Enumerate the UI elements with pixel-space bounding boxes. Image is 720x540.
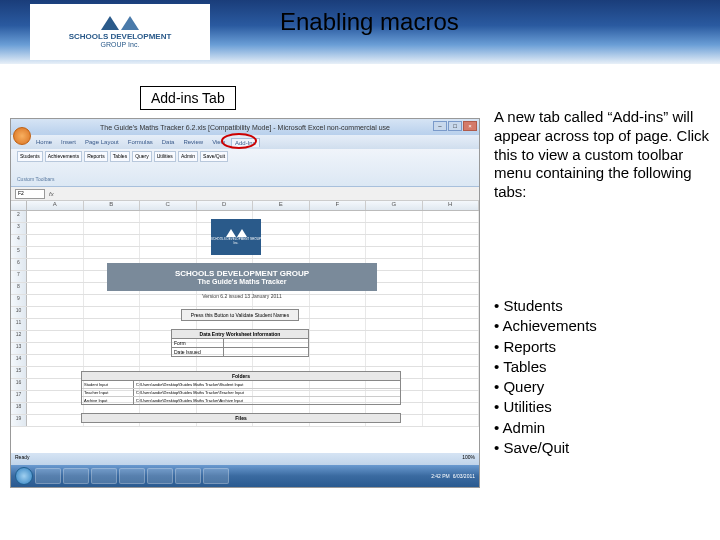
window-titlebar: The Guide's Maths Tracker 6.2.xls [Compa… [11,119,479,135]
bullet-savequit: Save/Quit [494,438,710,458]
custom-toolbar: Students Achievements Reports Tables Que… [17,151,473,162]
col-C[interactable]: C [140,201,197,210]
taskbar-item[interactable] [147,468,173,484]
toolbar-tables[interactable]: Tables [110,151,130,162]
ribbon-tab-view[interactable]: View [209,138,228,146]
start-button[interactable] [15,467,33,485]
ribbon-tab-review[interactable]: Review [180,138,206,146]
sheet-sdg-logo: SCHOOLS DEVELOPMENT GROUP Inc. [211,219,261,255]
slide-title: Enabling macros [280,8,459,36]
taskbar-item[interactable] [203,468,229,484]
col-H[interactable]: H [423,201,480,210]
window-title: The Guide's Maths Tracker 6.2.xls [Compa… [100,124,390,131]
bullet-achievements: Achievements [494,316,710,336]
slide-header: SCHOOLS DEVELOPMENT GROUP Inc. Enabling … [0,0,720,64]
description-text: A new tab called “Add-ins” will appear a… [494,108,710,202]
status-ready: Ready [15,454,29,464]
folders-header: Folders [81,371,401,381]
logo-line2: GROUP Inc. [101,41,140,48]
close-button[interactable]: × [463,121,477,131]
col-D[interactable]: D [197,201,254,210]
logo-line1: SCHOOLS DEVELOPMENT [69,32,172,41]
status-zoom[interactable]: 100% [462,454,475,464]
system-tray[interactable]: 2:42 PM 6/03/2011 [431,473,475,479]
fx-icon[interactable]: fx [49,191,54,197]
status-bar: Ready 100% [11,453,479,465]
bullet-query: Query [494,377,710,397]
sdg-logo: SCHOOLS DEVELOPMENT GROUP Inc. [30,4,210,60]
ribbon-tab-formulas[interactable]: Formulas [125,138,156,146]
ribbon-tab-data[interactable]: Data [159,138,178,146]
toolbar-utilities[interactable]: Utilities [154,151,176,162]
ribbon-group-label: Custom Toolbars [17,176,473,182]
version-text: Version 6.2 issued 13 January 2011 [107,293,377,299]
bullet-tables: Tables [494,357,710,377]
col-E[interactable]: E [253,201,310,210]
ribbon-tab-insert[interactable]: Insert [58,138,79,146]
folders-table: Student InputC:\Users\andie\Desktop\Guid… [81,381,401,405]
dataentry-table: Data Entry Worksheet Information Form Da… [171,329,309,357]
toolbar-students[interactable]: Students [17,151,43,162]
ribbon-body: Students Achievements Reports Tables Que… [11,149,479,187]
bullet-admin: Admin [494,418,710,438]
taskbar-item[interactable] [91,468,117,484]
ribbon-tab-row: Home Insert Page Layout Formulas Data Re… [11,135,479,149]
col-A[interactable]: A [27,201,84,210]
ribbon-tab-pagelayout[interactable]: Page Layout [82,138,122,146]
bullet-utilities: Utilities [494,397,710,417]
validate-button[interactable]: Press this Button to Validate Student Na… [181,309,299,321]
bullet-list: Students Achievements Reports Tables Que… [494,296,710,458]
sheet-title-banner: SCHOOLS DEVELOPMENT GROUP The Guide's Ma… [107,263,377,291]
addins-callout: Add-ins Tab [140,86,236,110]
col-F[interactable]: F [310,201,367,210]
formula-bar: F2 fx [11,187,479,201]
bullet-reports: Reports [494,337,710,357]
toolbar-admin[interactable]: Admin [178,151,198,162]
office-button[interactable] [13,127,31,145]
col-B[interactable]: B [84,201,141,210]
taskbar-item[interactable] [175,468,201,484]
toolbar-savequit[interactable]: Save/Quit [200,151,228,162]
toolbar-achievements[interactable]: Achievements [45,151,82,162]
column-headers: A B C D E F G H [11,201,479,211]
bullet-students: Students [494,296,710,316]
excel-screenshot: The Guide's Maths Tracker 6.2.xls [Compa… [10,118,480,488]
taskbar-item[interactable] [63,468,89,484]
worksheet-grid[interactable]: 2 3 4 5 6 7 8 9 10 11 12 13 14 15 16 17 … [11,211,479,465]
ribbon-tab-addins[interactable]: Add-Ins [231,138,260,147]
name-box[interactable]: F2 [15,189,45,199]
taskbar-item[interactable] [119,468,145,484]
toolbar-query[interactable]: Query [132,151,152,162]
maximize-button[interactable]: □ [448,121,462,131]
toolbar-reports[interactable]: Reports [84,151,108,162]
ribbon-tab-home[interactable]: Home [33,138,55,146]
files-header: Files [81,413,401,423]
windows-taskbar: 2:42 PM 6/03/2011 [11,465,479,487]
col-G[interactable]: G [366,201,423,210]
minimize-button[interactable]: – [433,121,447,131]
taskbar-item[interactable] [35,468,61,484]
